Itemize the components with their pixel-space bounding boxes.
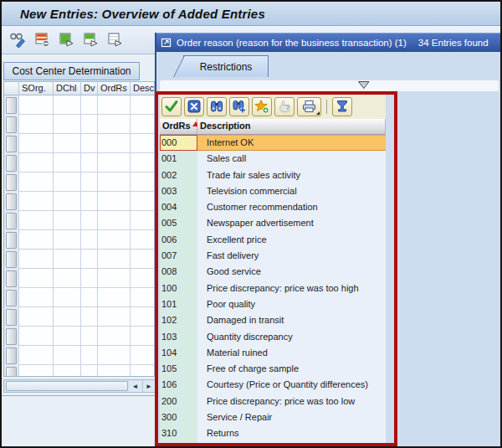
cost-center-determination-tab[interactable]: Cost Center Determination [3,62,140,80]
empty-cell[interactable] [98,95,131,115]
cancel-button[interactable] [184,97,204,116]
empty-cell[interactable] [19,192,54,211]
column-header-ordrs[interactable]: OrdRs [160,119,197,135]
value-help-row[interactable]: 005Newspaper advertisement [160,215,386,231]
empty-cell[interactable] [19,211,54,230]
empty-cell[interactable] [81,192,98,211]
value-help-row[interactable]: 104Material ruined [160,345,386,361]
value-help-row[interactable]: 103Quantity discrepancy [160,329,386,345]
empty-cell[interactable] [98,365,131,377]
empty-cell[interactable] [131,173,155,192]
accept-button[interactable] [161,97,182,116]
value-help-row[interactable]: 106Courtesy (Price or Quantity differenc… [160,377,386,393]
copy-all-button[interactable] [81,31,100,49]
empty-cell[interactable] [19,134,54,153]
horizontal-scrollbar[interactable]: ◄ ► [3,379,155,393]
empty-cell[interactable] [54,192,81,211]
empty-cell[interactable] [19,115,54,134]
empty-cell[interactable] [54,288,81,307]
column-header-dchl[interactable]: DChl [54,82,81,95]
empty-cell[interactable] [131,134,155,153]
empty-cell[interactable] [131,269,155,288]
empty-cell[interactable] [98,230,131,250]
funnel-icon[interactable] [358,81,370,90]
empty-cell[interactable] [19,173,54,192]
value-help-row[interactable]: 000Internet OK [160,135,386,151]
empty-cell[interactable] [19,288,54,307]
column-header-sorg[interactable]: SOrg. [19,82,54,95]
delete-entry-button[interactable] [33,31,51,49]
empty-cell[interactable] [19,95,54,115]
empty-cell[interactable] [54,327,81,346]
copy-entry-button[interactable] [57,31,75,49]
value-help-row[interactable]: 200Price discrepancy: price was too low [160,394,386,409]
empty-cell[interactable] [81,346,98,365]
empty-cell[interactable] [81,211,98,230]
row-selector-button[interactable] [6,193,17,210]
empty-cell[interactable] [131,365,155,377]
empty-cell[interactable] [54,153,81,173]
empty-cell[interactable] [98,346,131,365]
empty-cell[interactable] [98,192,131,211]
restrictions-collapsed-bar[interactable] [159,80,499,92]
empty-cell[interactable] [54,250,81,269]
row-selector-button[interactable] [6,174,17,191]
empty-cell[interactable] [81,134,98,153]
empty-cell[interactable] [131,115,155,134]
value-help-row[interactable]: 008Good service [160,264,386,280]
empty-cell[interactable] [98,327,131,346]
row-selector-button[interactable] [6,232,17,249]
row-selector-button[interactable] [6,328,17,345]
empty-cell[interactable] [81,95,98,115]
empty-cell[interactable] [131,346,155,365]
row-selector-button[interactable] [6,155,17,172]
add-to-favorites-button[interactable] [252,97,272,116]
empty-cell[interactable] [131,153,155,173]
empty-cell[interactable] [54,173,81,192]
empty-cell[interactable] [54,95,81,115]
empty-cell[interactable] [54,365,81,377]
empty-cell[interactable] [131,230,155,250]
empty-cell[interactable] [98,288,131,307]
empty-cell[interactable] [19,153,54,173]
empty-cell[interactable] [81,230,98,250]
empty-cell[interactable] [131,288,155,307]
find-next-button[interactable] [229,97,249,116]
value-help-row[interactable]: 300Service / Repair [160,409,386,425]
empty-cell[interactable] [19,307,54,327]
empty-cell[interactable] [81,288,98,307]
empty-cell[interactable] [81,307,98,327]
empty-cell[interactable] [54,269,81,288]
find-button[interactable] [207,97,227,116]
column-header-description[interactable]: Description [197,119,386,135]
empty-cell[interactable] [98,115,131,134]
empty-cell[interactable] [81,153,98,173]
empty-cell[interactable] [54,346,81,365]
empty-cell[interactable] [131,250,155,269]
empty-cell[interactable] [81,115,98,134]
empty-cell[interactable] [54,230,81,250]
empty-cell[interactable] [81,173,98,192]
value-help-row[interactable]: 003Television commercial [160,183,386,199]
empty-cell[interactable] [19,230,54,250]
row-selector-button[interactable] [6,116,17,133]
print-button[interactable] [297,97,321,116]
value-help-row[interactable]: 006Excellent price [160,232,386,248]
row-selector-button[interactable] [6,270,17,287]
empty-cell[interactable] [131,327,155,346]
row-selector-button[interactable] [6,367,17,378]
paste-entry-button[interactable] [105,31,124,49]
row-selector-button[interactable] [6,309,17,326]
empty-cell[interactable] [98,211,131,230]
scrollbar-thumb[interactable] [6,381,128,391]
empty-cell[interactable] [81,327,98,346]
empty-cell[interactable] [19,250,54,269]
value-help-row[interactable]: 310Returns [160,425,386,441]
empty-cell[interactable] [54,134,81,153]
empty-cell[interactable] [81,269,98,288]
empty-cell[interactable] [19,346,54,365]
value-help-row[interactable]: 101Poor quality [160,296,386,312]
value-help-row[interactable]: 105Free of charge sample [160,361,386,377]
value-help-row[interactable]: 102Damaged in transit [160,312,386,328]
empty-cell[interactable] [131,192,155,211]
